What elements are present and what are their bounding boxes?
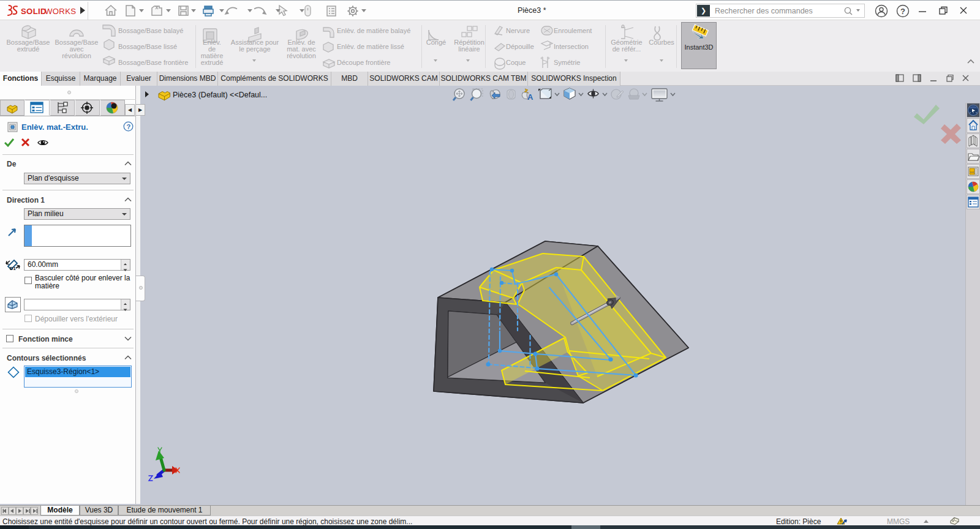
svg-text:Pièce3 (Default) <<Defaul...: Pièce3 (Default) <<Defaul... [173,91,267,99]
svg-text:A: A [527,92,533,102]
svg-text:?: ? [900,7,905,16]
svg-text:?: ? [127,123,131,130]
svg-text:WORKS: WORKS [45,7,76,16]
svg-text:D1: D1 [10,266,16,271]
svg-text:SOLID: SOLID [21,7,47,16]
